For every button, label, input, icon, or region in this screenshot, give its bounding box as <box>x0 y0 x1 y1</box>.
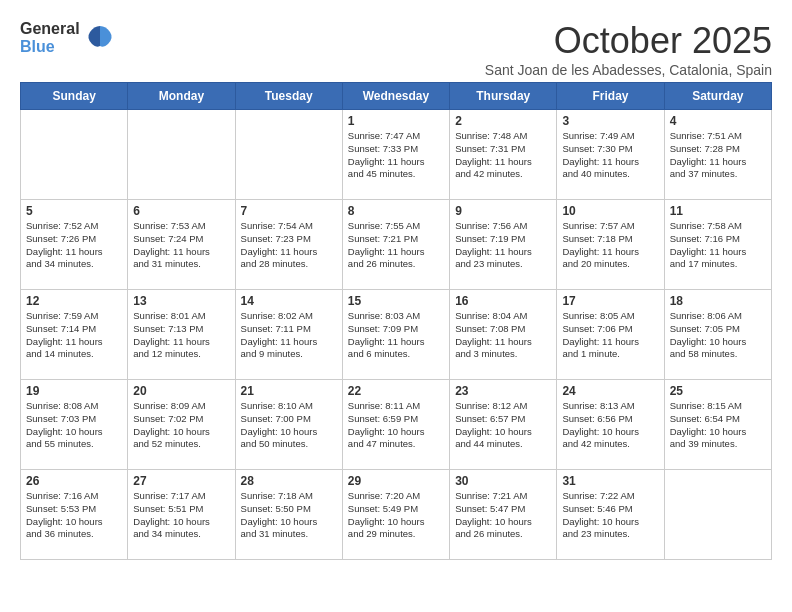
day-info: Sunrise: 8:02 AM Sunset: 7:11 PM Dayligh… <box>241 310 337 361</box>
calendar-cell: 4Sunrise: 7:51 AM Sunset: 7:28 PM Daylig… <box>664 110 771 200</box>
calendar-cell: 26Sunrise: 7:16 AM Sunset: 5:53 PM Dayli… <box>21 470 128 560</box>
day-info: Sunrise: 8:01 AM Sunset: 7:13 PM Dayligh… <box>133 310 229 361</box>
day-number: 7 <box>241 204 337 218</box>
header-monday: Monday <box>128 83 235 110</box>
day-number: 25 <box>670 384 766 398</box>
week-row-5: 26Sunrise: 7:16 AM Sunset: 5:53 PM Dayli… <box>21 470 772 560</box>
day-info: Sunrise: 7:58 AM Sunset: 7:16 PM Dayligh… <box>670 220 766 271</box>
header-sunday: Sunday <box>21 83 128 110</box>
header-friday: Friday <box>557 83 664 110</box>
day-number: 11 <box>670 204 766 218</box>
calendar-cell: 19Sunrise: 8:08 AM Sunset: 7:03 PM Dayli… <box>21 380 128 470</box>
logo-wave-icon <box>86 22 114 50</box>
logo: General Blue <box>20 20 114 55</box>
header-saturday: Saturday <box>664 83 771 110</box>
location-subtitle: Sant Joan de les Abadesses, Catalonia, S… <box>485 62 772 78</box>
day-info: Sunrise: 7:21 AM Sunset: 5:47 PM Dayligh… <box>455 490 551 541</box>
calendar-cell: 21Sunrise: 8:10 AM Sunset: 7:00 PM Dayli… <box>235 380 342 470</box>
calendar-cell: 13Sunrise: 8:01 AM Sunset: 7:13 PM Dayli… <box>128 290 235 380</box>
day-info: Sunrise: 7:47 AM Sunset: 7:33 PM Dayligh… <box>348 130 444 181</box>
calendar-cell: 5Sunrise: 7:52 AM Sunset: 7:26 PM Daylig… <box>21 200 128 290</box>
day-number: 3 <box>562 114 658 128</box>
day-number: 6 <box>133 204 229 218</box>
day-number: 8 <box>348 204 444 218</box>
day-info: Sunrise: 8:15 AM Sunset: 6:54 PM Dayligh… <box>670 400 766 451</box>
calendar-cell <box>235 110 342 200</box>
day-number: 23 <box>455 384 551 398</box>
day-number: 19 <box>26 384 122 398</box>
day-number: 24 <box>562 384 658 398</box>
calendar-cell: 14Sunrise: 8:02 AM Sunset: 7:11 PM Dayli… <box>235 290 342 380</box>
day-number: 4 <box>670 114 766 128</box>
day-number: 31 <box>562 474 658 488</box>
day-info: Sunrise: 8:11 AM Sunset: 6:59 PM Dayligh… <box>348 400 444 451</box>
calendar-cell: 18Sunrise: 8:06 AM Sunset: 7:05 PM Dayli… <box>664 290 771 380</box>
calendar-cell: 23Sunrise: 8:12 AM Sunset: 6:57 PM Dayli… <box>450 380 557 470</box>
logo-line1: General <box>20 20 80 38</box>
day-info: Sunrise: 7:54 AM Sunset: 7:23 PM Dayligh… <box>241 220 337 271</box>
day-number: 9 <box>455 204 551 218</box>
day-info: Sunrise: 7:18 AM Sunset: 5:50 PM Dayligh… <box>241 490 337 541</box>
logo-line2: Blue <box>20 38 80 56</box>
month-title: October 2025 <box>485 20 772 62</box>
day-info: Sunrise: 8:06 AM Sunset: 7:05 PM Dayligh… <box>670 310 766 361</box>
day-info: Sunrise: 7:51 AM Sunset: 7:28 PM Dayligh… <box>670 130 766 181</box>
day-number: 26 <box>26 474 122 488</box>
week-row-3: 12Sunrise: 7:59 AM Sunset: 7:14 PM Dayli… <box>21 290 772 380</box>
day-info: Sunrise: 7:17 AM Sunset: 5:51 PM Dayligh… <box>133 490 229 541</box>
day-number: 28 <box>241 474 337 488</box>
week-row-2: 5Sunrise: 7:52 AM Sunset: 7:26 PM Daylig… <box>21 200 772 290</box>
calendar-cell <box>21 110 128 200</box>
day-info: Sunrise: 8:10 AM Sunset: 7:00 PM Dayligh… <box>241 400 337 451</box>
day-info: Sunrise: 7:57 AM Sunset: 7:18 PM Dayligh… <box>562 220 658 271</box>
calendar-cell: 25Sunrise: 8:15 AM Sunset: 6:54 PM Dayli… <box>664 380 771 470</box>
calendar-cell: 30Sunrise: 7:21 AM Sunset: 5:47 PM Dayli… <box>450 470 557 560</box>
day-info: Sunrise: 7:49 AM Sunset: 7:30 PM Dayligh… <box>562 130 658 181</box>
day-number: 22 <box>348 384 444 398</box>
calendar-cell: 10Sunrise: 7:57 AM Sunset: 7:18 PM Dayli… <box>557 200 664 290</box>
calendar-table: SundayMondayTuesdayWednesdayThursdayFrid… <box>20 82 772 560</box>
calendar-cell: 9Sunrise: 7:56 AM Sunset: 7:19 PM Daylig… <box>450 200 557 290</box>
calendar-cell: 3Sunrise: 7:49 AM Sunset: 7:30 PM Daylig… <box>557 110 664 200</box>
day-number: 16 <box>455 294 551 308</box>
day-info: Sunrise: 7:55 AM Sunset: 7:21 PM Dayligh… <box>348 220 444 271</box>
calendar-cell: 12Sunrise: 7:59 AM Sunset: 7:14 PM Dayli… <box>21 290 128 380</box>
day-info: Sunrise: 7:16 AM Sunset: 5:53 PM Dayligh… <box>26 490 122 541</box>
logo-mark: General Blue <box>20 20 80 55</box>
calendar-cell: 16Sunrise: 8:04 AM Sunset: 7:08 PM Dayli… <box>450 290 557 380</box>
calendar-cell <box>664 470 771 560</box>
day-number: 1 <box>348 114 444 128</box>
calendar-cell <box>128 110 235 200</box>
day-number: 5 <box>26 204 122 218</box>
day-info: Sunrise: 7:22 AM Sunset: 5:46 PM Dayligh… <box>562 490 658 541</box>
calendar-cell: 27Sunrise: 7:17 AM Sunset: 5:51 PM Dayli… <box>128 470 235 560</box>
day-number: 30 <box>455 474 551 488</box>
calendar-cell: 28Sunrise: 7:18 AM Sunset: 5:50 PM Dayli… <box>235 470 342 560</box>
day-info: Sunrise: 8:08 AM Sunset: 7:03 PM Dayligh… <box>26 400 122 451</box>
header-thursday: Thursday <box>450 83 557 110</box>
day-number: 20 <box>133 384 229 398</box>
title-block: October 2025 Sant Joan de les Abadesses,… <box>485 20 772 78</box>
calendar-cell: 24Sunrise: 8:13 AM Sunset: 6:56 PM Dayli… <box>557 380 664 470</box>
day-info: Sunrise: 7:59 AM Sunset: 7:14 PM Dayligh… <box>26 310 122 361</box>
day-info: Sunrise: 8:13 AM Sunset: 6:56 PM Dayligh… <box>562 400 658 451</box>
calendar-cell: 1Sunrise: 7:47 AM Sunset: 7:33 PM Daylig… <box>342 110 449 200</box>
page-header: General Blue October 2025 Sant Joan de l… <box>20 20 772 78</box>
day-number: 13 <box>133 294 229 308</box>
calendar-cell: 8Sunrise: 7:55 AM Sunset: 7:21 PM Daylig… <box>342 200 449 290</box>
day-info: Sunrise: 7:53 AM Sunset: 7:24 PM Dayligh… <box>133 220 229 271</box>
header-wednesday: Wednesday <box>342 83 449 110</box>
day-number: 21 <box>241 384 337 398</box>
day-info: Sunrise: 7:20 AM Sunset: 5:49 PM Dayligh… <box>348 490 444 541</box>
week-row-1: 1Sunrise: 7:47 AM Sunset: 7:33 PM Daylig… <box>21 110 772 200</box>
day-info: Sunrise: 7:52 AM Sunset: 7:26 PM Dayligh… <box>26 220 122 271</box>
week-row-4: 19Sunrise: 8:08 AM Sunset: 7:03 PM Dayli… <box>21 380 772 470</box>
day-number: 18 <box>670 294 766 308</box>
day-number: 2 <box>455 114 551 128</box>
day-info: Sunrise: 8:05 AM Sunset: 7:06 PM Dayligh… <box>562 310 658 361</box>
day-info: Sunrise: 8:09 AM Sunset: 7:02 PM Dayligh… <box>133 400 229 451</box>
calendar-cell: 2Sunrise: 7:48 AM Sunset: 7:31 PM Daylig… <box>450 110 557 200</box>
day-number: 29 <box>348 474 444 488</box>
day-number: 10 <box>562 204 658 218</box>
day-info: Sunrise: 7:48 AM Sunset: 7:31 PM Dayligh… <box>455 130 551 181</box>
